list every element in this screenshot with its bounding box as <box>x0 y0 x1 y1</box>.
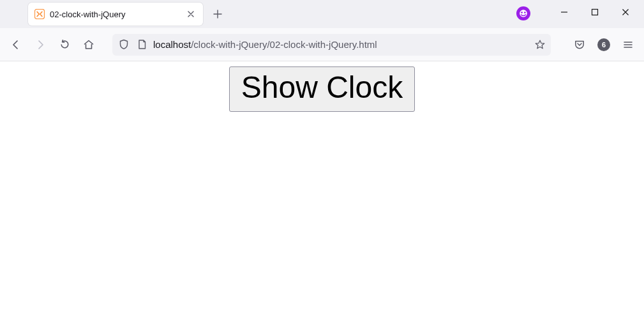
tab-count-button[interactable]: 6 <box>593 34 615 56</box>
tab-count-badge: 6 <box>597 38 610 51</box>
show-clock-button[interactable]: Show Clock <box>229 66 415 112</box>
svg-point-3 <box>524 12 526 13</box>
page-content: Show Clock <box>0 61 644 112</box>
url-path: /clock-with-jQuery/02-clock-with-jQuery.… <box>191 39 377 50</box>
url-domain: localhost <box>153 39 191 50</box>
forward-button[interactable] <box>29 34 51 56</box>
shield-icon[interactable] <box>117 39 130 50</box>
browser-tab[interactable]: 02-clock-with-jQuery <box>28 3 203 26</box>
nav-toolbar: localhost/clock-with-jQuery/02-clock-wit… <box>0 28 644 61</box>
new-tab-button[interactable] <box>207 3 228 25</box>
address-bar[interactable]: localhost/clock-with-jQuery/02-clock-wit… <box>112 34 551 56</box>
tab-bar: 02-clock-with-jQuery <box>0 0 644 28</box>
svg-point-2 <box>521 12 523 13</box>
extension-badge-icon[interactable] <box>516 6 530 20</box>
xampp-favicon-icon <box>34 9 45 19</box>
svg-rect-4 <box>592 10 598 15</box>
home-button[interactable] <box>78 34 100 56</box>
window-maximize-button[interactable] <box>580 1 610 23</box>
reload-button[interactable] <box>54 34 75 56</box>
window-close-button[interactable] <box>611 1 640 23</box>
bookmark-star-icon[interactable] <box>534 39 546 50</box>
app-menu-button[interactable] <box>617 34 639 56</box>
tab-title: 02-clock-with-jQuery <box>50 10 185 19</box>
back-button[interactable] <box>5 34 27 56</box>
url-text: localhost/clock-with-jQuery/02-clock-wit… <box>153 39 529 50</box>
window-controls <box>516 0 644 28</box>
window-minimize-button[interactable] <box>550 1 579 23</box>
pocket-button[interactable] <box>569 34 590 56</box>
page-info-icon[interactable] <box>135 39 148 50</box>
close-tab-button[interactable] <box>185 8 197 20</box>
